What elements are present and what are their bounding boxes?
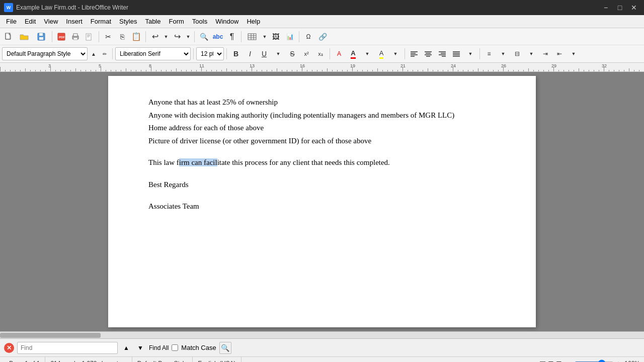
underline-dropdown[interactable]: ▼ bbox=[272, 47, 285, 60]
font-color-dropdown[interactable]: ▼ bbox=[361, 47, 374, 60]
paragraph-style-dropdown[interactable]: Default Paragraph Style bbox=[2, 47, 88, 60]
font-size-dropdown[interactable]: 12 pt bbox=[196, 47, 224, 60]
menu-table[interactable]: Table bbox=[141, 16, 165, 27]
spell-button[interactable]: abc bbox=[211, 30, 224, 43]
copy-button[interactable]: ⎘ bbox=[116, 30, 129, 43]
language: English (USA) bbox=[193, 357, 241, 362]
menu-format[interactable]: Format bbox=[87, 16, 115, 27]
zoom-in-icon[interactable]: + bbox=[616, 359, 620, 363]
image-button[interactable]: 🖼 bbox=[269, 30, 282, 43]
separator12 bbox=[479, 48, 480, 59]
page-count: Page 1 of 1 bbox=[4, 357, 45, 362]
document-container[interactable]: Anyone that has at least 25% of ownershi… bbox=[0, 72, 644, 331]
view-icons: ▣ ⊞ ⊟ bbox=[539, 359, 562, 363]
pilcrow-button[interactable]: ¶ bbox=[225, 30, 238, 43]
doc-line-3: Home address for each of those above bbox=[148, 122, 496, 135]
clear-format-button[interactable]: A bbox=[333, 47, 346, 60]
doc-paragraph-2: Best Regards bbox=[148, 178, 496, 192]
style-extra2[interactable]: ✏ bbox=[100, 47, 110, 60]
list-unordered-button[interactable]: ≡ bbox=[482, 47, 496, 60]
undo-button[interactable]: ↩ bbox=[148, 30, 162, 43]
underline-button[interactable]: U bbox=[258, 47, 271, 60]
list-ordered-dropdown[interactable]: ▼ bbox=[525, 47, 538, 60]
font-name-dropdown[interactable]: Liberation Serif bbox=[115, 47, 191, 60]
font-color-button[interactable]: A bbox=[347, 47, 360, 60]
separator6 bbox=[299, 31, 299, 42]
export-pdf-button[interactable]: PDF bbox=[55, 30, 68, 43]
highlight-button[interactable]: A bbox=[375, 47, 388, 60]
maximize-button[interactable]: □ bbox=[614, 3, 626, 13]
indent-less-button[interactable]: ⇤ bbox=[553, 47, 566, 60]
open-button[interactable] bbox=[16, 30, 32, 43]
paste-button[interactable]: 📋 bbox=[130, 30, 143, 43]
find-prev-button[interactable]: ▲ bbox=[121, 342, 132, 353]
menu-form[interactable]: Form bbox=[165, 16, 188, 27]
hscroll-thumb[interactable] bbox=[0, 333, 101, 338]
menu-window[interactable]: Window bbox=[211, 16, 243, 27]
highlight-dropdown[interactable]: ▼ bbox=[389, 47, 402, 60]
horizontal-scrollbar[interactable] bbox=[0, 331, 644, 338]
selected-text: irm can facil bbox=[179, 158, 217, 166]
redo-dropdown[interactable]: ▼ bbox=[185, 30, 192, 43]
hyperlink-button[interactable]: 🔗 bbox=[316, 30, 329, 43]
linespacing-dropdown[interactable]: ▼ bbox=[567, 47, 580, 60]
indent-more-button[interactable]: ⇥ bbox=[539, 47, 552, 60]
print-button[interactable] bbox=[69, 30, 82, 43]
find-input[interactable] bbox=[17, 342, 118, 354]
table-insert-button[interactable] bbox=[244, 30, 260, 43]
word-count: 314 words, 1,970 characters bbox=[45, 357, 132, 362]
menu-edit[interactable]: Edit bbox=[21, 16, 40, 27]
menu-styles[interactable]: Styles bbox=[115, 16, 141, 27]
align-left-button[interactable] bbox=[408, 47, 421, 60]
separator2 bbox=[99, 31, 99, 42]
align-dropdown[interactable]: ▼ bbox=[464, 47, 477, 60]
table-dropdown[interactable]: ▼ bbox=[261, 30, 268, 43]
cut-button[interactable]: ✂ bbox=[102, 30, 115, 43]
zoom-out-icon[interactable]: − bbox=[568, 359, 572, 363]
document-page[interactable]: Anyone that has at least 25% of ownershi… bbox=[108, 76, 536, 327]
close-button[interactable]: ✕ bbox=[628, 3, 640, 13]
main-area: Anyone that has at least 25% of ownershi… bbox=[0, 72, 644, 331]
find-search-button[interactable]: 🔍 bbox=[219, 342, 231, 354]
strikethrough-button[interactable]: S bbox=[286, 47, 299, 60]
chart-button[interactable]: 📊 bbox=[283, 30, 296, 43]
menu-tools[interactable]: Tools bbox=[188, 16, 211, 27]
find-close-button[interactable]: ✕ bbox=[4, 343, 14, 353]
italic-button[interactable]: I bbox=[244, 47, 257, 60]
match-case-checkbox[interactable] bbox=[172, 344, 178, 351]
menu-help[interactable]: Help bbox=[243, 16, 264, 27]
minimize-button[interactable]: − bbox=[600, 3, 612, 13]
subscript-button[interactable]: x₂ bbox=[314, 47, 327, 60]
toolbar1: PDF ✂ ⎘ 📋 ↩ ▼ ↪ ▼ 🔍 abc ¶ ▼ 🖼 📊 Ω 🔗 bbox=[0, 28, 644, 45]
list-ordered-button[interactable]: ⊟ bbox=[511, 47, 524, 60]
find-button[interactable]: 🔍 bbox=[197, 30, 210, 43]
view-book-icon[interactable]: ⊟ bbox=[556, 359, 562, 363]
doc-paragraph-1[interactable]: This law firm can facilitate this proces… bbox=[148, 156, 496, 169]
superscript-button[interactable]: x² bbox=[300, 47, 313, 60]
redo-button[interactable]: ↪ bbox=[171, 30, 184, 43]
separator7 bbox=[112, 48, 113, 59]
menu-file[interactable]: File bbox=[2, 16, 21, 27]
menu-view[interactable]: View bbox=[40, 16, 62, 27]
separator10 bbox=[330, 48, 330, 59]
save-button[interactable] bbox=[33, 30, 49, 43]
menu-bar: File Edit View Insert Format Styles Tabl… bbox=[0, 15, 644, 28]
special-char-button[interactable]: Ω bbox=[302, 30, 315, 43]
style-extra1[interactable]: ▲ bbox=[89, 47, 99, 60]
list-unordered-dropdown[interactable]: ▼ bbox=[497, 47, 510, 60]
svg-rect-11 bbox=[87, 35, 90, 35]
justify-button[interactable] bbox=[450, 47, 463, 60]
view-multi-icon[interactable]: ⊞ bbox=[548, 359, 554, 363]
find-all-button[interactable]: Find All bbox=[149, 344, 169, 351]
new-button[interactable] bbox=[2, 30, 15, 43]
undo-dropdown[interactable]: ▼ bbox=[163, 30, 170, 43]
find-next-button[interactable]: ▼ bbox=[135, 342, 146, 353]
bold-button[interactable]: B bbox=[229, 47, 243, 60]
doc-line-2: Anyone with decision making authority (i… bbox=[148, 109, 496, 122]
preview-button[interactable] bbox=[83, 30, 96, 43]
svg-rect-13 bbox=[87, 37, 89, 37]
menu-insert[interactable]: Insert bbox=[62, 16, 87, 27]
view-single-icon[interactable]: ▣ bbox=[539, 359, 546, 363]
align-center-button[interactable] bbox=[422, 47, 435, 60]
align-right-button[interactable] bbox=[436, 47, 449, 60]
